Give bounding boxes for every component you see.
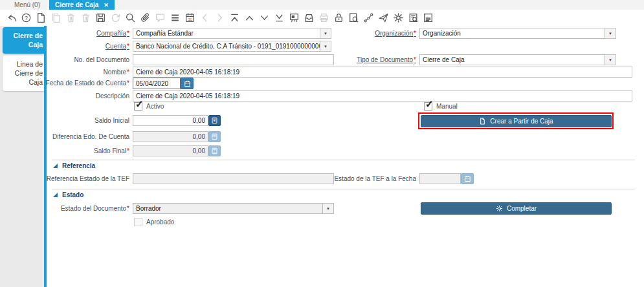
calendar-icon <box>184 80 191 87</box>
calculator-button[interactable] <box>208 115 221 126</box>
nombre-label: Nombre <box>38 67 129 78</box>
divider <box>52 189 635 189</box>
document-icon <box>479 118 486 125</box>
gear-icon <box>496 205 503 212</box>
chart-icon[interactable] <box>289 12 300 23</box>
calculator-icon <box>211 147 218 154</box>
crear-a-partir-de-caja-button[interactable]: Crear a Partir de Caja <box>421 115 612 127</box>
estado-tef-fecha-label: Estado de la TEF a la Fecha <box>254 173 416 184</box>
toolbar <box>0 10 644 27</box>
report-icon[interactable] <box>423 12 434 23</box>
descripcion-label: Descripción <box>38 90 129 101</box>
collapse-triangle-icon[interactable] <box>53 164 58 168</box>
settings-icon[interactable] <box>393 12 404 23</box>
help-icon[interactable] <box>21 12 32 23</box>
find-advanced-icon[interactable] <box>348 12 359 23</box>
down-record-icon[interactable] <box>259 12 270 23</box>
report-find-icon[interactable] <box>408 12 419 23</box>
fecha-estado-cuenta-input[interactable] <box>133 78 181 89</box>
aprobado-checkbox[interactable] <box>134 218 142 226</box>
referencia-tef-label: Referencia Estado de la TEF <box>38 173 129 184</box>
compania-label[interactable]: Compañía <box>38 28 129 39</box>
find-icon[interactable] <box>125 12 136 23</box>
nombre-input[interactable] <box>133 67 632 78</box>
cuenta-select[interactable]: Banco Nacional de Crédito, C.A Tránsito … <box>133 41 331 52</box>
calculator-icon <box>211 133 218 140</box>
calendar-icon <box>464 175 471 182</box>
collapse-triangle-icon[interactable] <box>53 193 58 197</box>
activo-label: Activo <box>146 102 164 111</box>
chevron-down-icon[interactable]: ▼ <box>605 55 616 65</box>
no-documento-label: No. del Documento <box>38 54 129 65</box>
chevron-down-icon[interactable]: ▼ <box>320 41 331 51</box>
calendar-picker-button[interactable] <box>181 78 194 89</box>
copy-record-icon <box>50 12 61 23</box>
diferencia-input <box>133 131 208 142</box>
send-request-icon[interactable] <box>378 12 389 23</box>
attachment-icon[interactable] <box>140 12 151 23</box>
detail-record-icon[interactable] <box>274 12 285 23</box>
undo-icon[interactable] <box>6 12 17 23</box>
close-tab-icon[interactable]: ✕ <box>104 2 109 8</box>
fecha-estado-cuenta-label: Fecha de Estado de Cuenta <box>38 78 129 89</box>
save-icon[interactable] <box>95 12 106 23</box>
estado-section-header[interactable]: Estado <box>53 191 83 198</box>
up-record-icon[interactable] <box>244 12 255 23</box>
calculator-icon <box>211 117 218 124</box>
window-tab-bar: Menú (0) Cierre de Caja ✕ <box>0 0 644 10</box>
calendar-icon[interactable] <box>184 12 195 23</box>
parent-record-icon[interactable] <box>229 12 240 23</box>
activo-checkbox[interactable] <box>134 102 142 111</box>
saldo-final-label: Saldo Final <box>38 145 129 156</box>
referencia-section-header[interactable]: Referencia <box>53 162 95 169</box>
cuenta-label[interactable]: Cuenta <box>38 41 129 52</box>
lock-icon[interactable] <box>333 12 344 23</box>
tipo-documento-select[interactable]: Cierre de Caja▼ <box>419 54 616 65</box>
divider <box>52 160 635 160</box>
estado-tef-fecha-input <box>419 173 461 184</box>
organizacion-select[interactable]: Organización▼ <box>419 28 616 39</box>
saldo-inicial-input[interactable] <box>133 115 208 126</box>
saldo-inicial-label: Saldo Inicial <box>38 115 129 126</box>
previous-record-icon <box>199 12 210 23</box>
new-record-icon[interactable] <box>36 12 47 23</box>
chevron-down-icon[interactable]: ▼ <box>605 28 616 38</box>
tab-label: Cierre de Caja <box>55 1 98 8</box>
tab-cierre-de-caja[interactable]: Cierre de Caja ✕ <box>49 0 115 10</box>
descripcion-input[interactable] <box>133 90 632 101</box>
calendar-picker-button-disabled <box>461 173 474 184</box>
delete-record-icon <box>65 12 76 23</box>
manual-label: Manual <box>436 102 458 111</box>
cierre-de-caja-form: Compañía Compañía Estándar▼ Organización… <box>47 26 644 287</box>
manual-checkbox[interactable] <box>424 102 432 111</box>
chevron-down-icon[interactable]: ▼ <box>322 204 333 213</box>
next-record-icon <box>214 12 225 23</box>
saldo-final-input <box>133 145 208 156</box>
archive-icon[interactable] <box>304 12 315 23</box>
estado-documento-select: Borrador▼ <box>133 203 334 214</box>
refresh-icon <box>110 12 121 23</box>
tab-menu[interactable]: Menú (0) <box>5 0 49 10</box>
organizacion-label[interactable]: Organización <box>254 28 416 39</box>
grid-toggle-icon[interactable] <box>170 12 181 23</box>
print-icon <box>318 12 329 23</box>
delete-selection-icon <box>80 12 91 23</box>
estado-documento-label: Estado del Documento <box>38 203 129 214</box>
workflow-icon[interactable] <box>363 12 374 23</box>
chat-icon <box>155 12 166 23</box>
aprobado-label: Aprobado <box>146 218 174 226</box>
tipo-documento-label[interactable]: Tipo de Documento <box>254 54 416 65</box>
calculator-button-disabled <box>208 131 221 142</box>
completar-button[interactable]: Completar <box>421 202 612 215</box>
diferencia-label: Diferencia Edo. De Cuenta <box>38 131 129 142</box>
calculator-button-disabled <box>208 145 221 156</box>
